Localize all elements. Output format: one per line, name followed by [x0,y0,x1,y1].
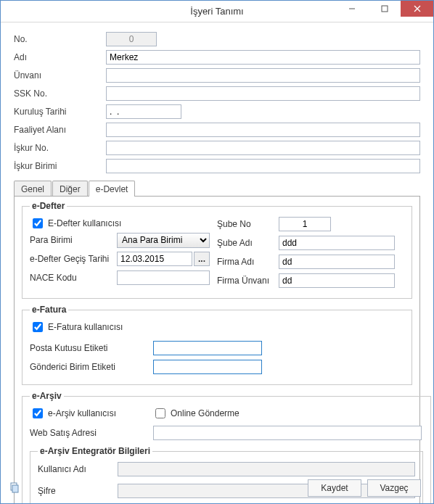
footer: Kaydet Vazgeç [7,479,427,497]
iskurno-field[interactable] [106,141,420,155]
sube-adi-field[interactable] [279,236,395,250]
ent-kullanici-label: Kullanıcı Adı [38,464,118,474]
efatura-kullanici-label: E-Fatura kullanıcısı [48,322,123,332]
iskurbirim-field[interactable] [106,159,420,173]
iskurbirim-label: İşkur Birimi [14,161,106,171]
unvani-field[interactable] [106,68,420,83]
window-title: İşyeri Tanımı [190,6,243,17]
firma-adi-label: Firma Adı [217,257,279,267]
para-birimi-label: Para Birimi [30,235,117,245]
edefter-kullanici-label: E-Defter kullanıcısı [48,218,121,228]
web-satis-label: Web Satış Adresi [30,428,153,438]
entegrator-legend: e-Arşiv Entegratör Bilgileri [38,446,152,456]
edefter-kullanici-checkbox[interactable] [33,218,43,228]
iskurno-label: İşkur No. [14,143,106,153]
svg-rect-1 [382,6,388,12]
earsiv-kullanici-checkbox[interactable] [33,408,43,418]
earsiv-kullanici-label: e-Arşiv kullanıcısı [48,408,116,418]
firma-unvani-field[interactable] [279,273,395,288]
tabpane-edevlet: e-Defter E-Defter kullanıcısı Para Birim… [14,196,420,504]
edefter-legend: e-Defter [30,201,67,211]
window-maximize-button[interactable] [368,1,401,17]
posta-field[interactable] [153,341,262,355]
firma-adi-field[interactable] [279,255,395,269]
web-satis-field[interactable] [153,426,422,440]
tabs: Genel Diğer e-Devlet [14,180,420,196]
ellipsis-icon: ... [198,254,205,264]
efatura-legend: e-Fatura [30,305,68,315]
faaliyet-field[interactable] [106,123,420,137]
kurulus-label: Kuruluş Tarihi [14,107,106,117]
nace-field[interactable] [117,270,210,285]
ent-kullanici-field[interactable] [118,462,415,476]
ssk-label: SSK No. [14,88,106,99]
gonderici-field[interactable] [153,360,262,374]
window-titlebar: İşyeri Tanımı [1,1,433,22]
window-minimize-button[interactable] [335,1,368,17]
online-gonderme-label: Online Gönderme [171,408,239,418]
efatura-kullanici-checkbox[interactable] [33,322,43,332]
para-birimi-select[interactable]: Ana Para Birimi [117,233,210,248]
tab-diger[interactable]: Diğer [52,181,88,197]
no-label: No. [14,34,106,44]
window-close-button[interactable] [401,1,433,17]
svg-rect-5 [12,485,18,492]
gonderici-label: Gönderici Birim Etiketi [30,362,153,372]
gecis-tarihi-label: e-Defter Geçiş Tarihi [30,254,117,264]
copy-icon[interactable] [7,481,22,495]
nace-label: NACE Kodu [30,273,117,283]
save-button[interactable]: Kaydet [308,479,361,497]
cancel-button[interactable]: Vazgeç [367,479,421,497]
firma-unvani-label: Firma Ünvanı [217,276,279,286]
ssk-field[interactable] [106,86,420,101]
kurulus-tarihi-field[interactable] [106,104,181,119]
sube-adi-label: Şube Adı [217,238,279,248]
gecis-tarihi-field[interactable] [117,252,192,266]
tab-edevlet[interactable]: e-Devlet [89,181,136,197]
sube-no-field[interactable] [279,217,331,231]
tab-genel[interactable]: Genel [14,181,52,197]
earsiv-legend: e-Arşiv [30,391,64,401]
adi-label: Adı [14,52,106,62]
no-field [106,32,157,46]
efatura-group: e-Fatura E-Fatura kullanıcısı Posta Kutu… [22,305,412,385]
sube-no-label: Şube No [217,219,279,229]
unvani-label: Ünvanı [14,70,106,80]
faaliyet-label: Faaliyet Alanı [14,125,106,135]
online-gonderme-checkbox[interactable] [155,408,165,418]
adi-field[interactable] [106,50,420,65]
posta-label: Posta Kutusu Etiketi [30,343,153,353]
gecis-tarihi-picker-button[interactable]: ... [194,252,210,266]
edefter-group: e-Defter E-Defter kullanıcısı Para Birim… [22,201,412,299]
window-buttons [335,1,433,22]
